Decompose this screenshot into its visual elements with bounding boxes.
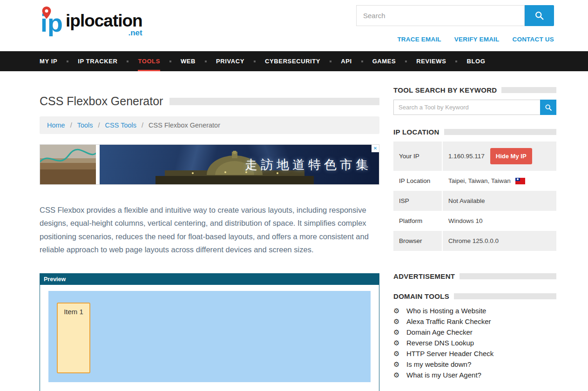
tool-description: CSS Flexbox provides a flexible and intu… [40, 203, 379, 256]
row-value: 1.160.95.117 Hide My IP [442, 142, 556, 171]
search-icon [534, 11, 544, 20]
platform-value: Windows 10 [442, 211, 556, 231]
nav-separator [405, 61, 407, 62]
logo-pin-icon: ip [40, 6, 69, 36]
domain-tool-link[interactable]: Alexa Traffic Rank Checker [406, 317, 491, 325]
ad-headline: 走訪地道特色市集 [245, 156, 372, 173]
your-ip-value: 1.160.95.117 [448, 153, 485, 160]
breadcrumb-home[interactable]: Home [47, 121, 65, 129]
heading-decorative-bar [460, 273, 556, 279]
nav-separator [127, 61, 128, 62]
page-title: CSS Flexbox Generator [40, 94, 163, 108]
main-content: CSS Flexbox Generator Home Tools CSS Too… [40, 71, 379, 391]
preview-body: Item 1 [40, 285, 379, 391]
nav-api[interactable]: API [341, 51, 351, 71]
site-search-button[interactable] [525, 5, 554, 26]
verify-email-link[interactable]: VERIFY EMAIL [454, 36, 500, 43]
ad-photo-chart-line [40, 145, 96, 185]
site-search-input[interactable] [356, 5, 525, 26]
nav-separator [67, 61, 68, 62]
browser-value: Chrome 125.0.0.0 [442, 231, 556, 251]
row-label: ISP [393, 191, 442, 211]
domain-tool-link[interactable]: Who is Hosting a Website [406, 307, 486, 315]
list-item: HTTP Server Header Check [393, 350, 556, 357]
header-links: TRACE EMAIL VERIFY EMAIL CONTACT US [397, 36, 554, 43]
nav-ip-tracker[interactable]: IP TRACKER [78, 51, 117, 71]
ip-location-heading: IP LOCATION [393, 128, 439, 136]
ad-choices-icon[interactable] [372, 145, 379, 152]
contact-us-link[interactable]: CONTACT US [513, 36, 554, 43]
table-row: IP Location Taipei, Taiwan, Taiwan [393, 171, 556, 191]
nav-games[interactable]: GAMES [372, 51, 396, 71]
preview-header: Preview [40, 274, 379, 285]
nav-cybersecurity[interactable]: CYBERSECURITY [265, 51, 320, 71]
search-icon [545, 104, 552, 111]
ad-banner[interactable]: 走訪地道特色市集 [40, 144, 379, 185]
gear-icon [393, 307, 402, 314]
ip-location-heading-row: IP LOCATION [393, 128, 556, 136]
nav-separator [205, 61, 207, 62]
ip-location-value: Taipei, Taiwan, Taiwan [448, 177, 511, 184]
page-content: CSS Flexbox Generator Home Tools CSS Too… [0, 71, 588, 391]
row-label: Browser [393, 231, 442, 251]
heading-decorative-bar [454, 293, 556, 299]
domain-tool-link[interactable]: HTTP Server Header Check [406, 350, 493, 357]
heading-decorative-bar [444, 129, 556, 135]
nav-web[interactable]: WEB [181, 51, 196, 71]
domain-tool-link[interactable]: Is my website down? [406, 360, 471, 368]
list-item: Is my website down? [393, 360, 556, 368]
nav-separator [169, 61, 171, 62]
ad-photo [40, 145, 96, 184]
row-value: Taipei, Taiwan, Taiwan [442, 171, 556, 191]
list-item: Who is Hosting a Website [393, 307, 556, 315]
domain-tool-link[interactable]: Domain Age Checker [406, 328, 473, 336]
ip-info-table: Your IP 1.160.95.117 Hide My IP IP Locat… [393, 142, 556, 251]
nav-reviews[interactable]: REVIEWS [416, 51, 446, 71]
site-logo[interactable]: ip iplocation .net [40, 6, 142, 36]
table-row: Browser Chrome 125.0.0.0 [393, 231, 556, 251]
gear-icon [393, 350, 402, 357]
nav-separator [254, 61, 256, 62]
gear-icon [393, 339, 402, 346]
tool-search-heading-row: TOOL SEARCH BY KEYWORD [393, 86, 556, 94]
domain-tool-link[interactable]: What is my User Agent? [406, 371, 481, 379]
tool-search-input[interactable] [393, 100, 540, 115]
domain-tools-heading: DOMAIN TOOLS [393, 292, 449, 300]
nav-my-ip[interactable]: MY IP [40, 51, 57, 71]
flex-preview-container: Item 1 [48, 291, 371, 382]
table-row: ISP Not Available [393, 191, 556, 211]
tool-search-button[interactable] [540, 100, 556, 115]
site-search [356, 5, 554, 26]
list-item: Reverse DNS Lookup [393, 339, 556, 347]
domain-tools-list: Who is Hosting a Website Alexa Traffic R… [393, 307, 556, 379]
tool-search [393, 100, 556, 115]
breadcrumb-css-tools[interactable]: CSS Tools [105, 121, 136, 129]
advertisement-heading-row: ADVERTISEMENT [393, 272, 556, 280]
advertisement-heading: ADVERTISEMENT [393, 272, 455, 280]
breadcrumb-tools[interactable]: Tools [77, 121, 93, 129]
row-label: IP Location [393, 171, 442, 191]
breadcrumb-separator [136, 121, 149, 129]
sidebar: TOOL SEARCH BY KEYWORD IP LOCATION Your … [393, 71, 556, 391]
trace-email-link[interactable]: TRACE EMAIL [397, 36, 441, 43]
list-item: What is my User Agent? [393, 371, 556, 379]
isp-value: Not Available [442, 191, 556, 211]
logo-text: iplocation [66, 11, 142, 30]
nav-blog[interactable]: BLOG [466, 51, 485, 71]
list-item: Domain Age Checker [393, 328, 556, 336]
title-decorative-bar [169, 98, 379, 105]
taiwan-flag-icon [515, 178, 525, 184]
breadcrumb: Home Tools CSS Tools CSS Flexbox Generat… [40, 116, 379, 134]
preview-panel: Preview Item 1 [40, 273, 379, 391]
table-row: Platform Windows 10 [393, 211, 556, 231]
nav-tools[interactable]: TOOLS [138, 51, 160, 71]
gear-icon [393, 318, 402, 325]
main-nav: MY IP IP TRACKER TOOLS WEB PRIVACY CYBER… [0, 51, 588, 71]
nav-privacy[interactable]: PRIVACY [216, 51, 244, 71]
nav-separator [455, 61, 457, 62]
nav-separator [361, 61, 363, 62]
domain-tools-heading-row: DOMAIN TOOLS [393, 292, 556, 300]
hide-my-ip-button[interactable]: Hide My IP [490, 148, 532, 164]
breadcrumb-separator [93, 121, 105, 129]
domain-tool-link[interactable]: Reverse DNS Lookup [406, 339, 474, 347]
